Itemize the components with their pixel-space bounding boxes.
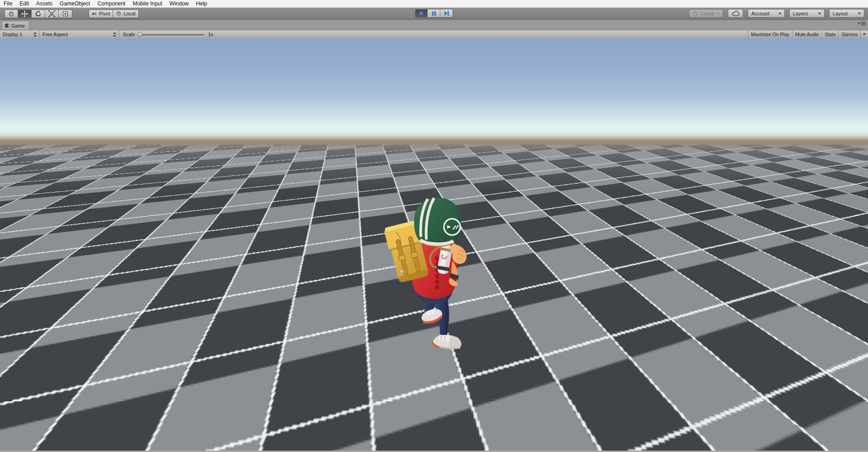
view-tab-bar: Game	[0, 20, 868, 30]
dropdown-arrow-icon	[858, 13, 861, 14]
move-icon	[21, 10, 28, 17]
scale-slider[interactable]	[137, 32, 204, 37]
maximize-on-play-button[interactable]: Maximize On Play	[748, 30, 792, 38]
rect-tool-icon	[62, 10, 69, 17]
account-dropdown[interactable]: Account	[748, 9, 785, 18]
menu-help[interactable]: Help	[193, 0, 211, 7]
collab-dropdown[interactable]: Collab	[689, 9, 723, 18]
hand-icon	[8, 10, 15, 17]
unity-editor-window: File Edit Assets GameObject Component Mo…	[0, 0, 868, 452]
pivot-icon	[92, 11, 97, 16]
cloud-icon	[732, 11, 740, 16]
step-button[interactable]	[440, 9, 453, 18]
tab-options-button[interactable]	[858, 22, 866, 25]
game-view-toolbar: Display 1 Free Aspect Scale 1x Maximize …	[0, 30, 868, 39]
main-toolbar: Pivot Local	[0, 8, 868, 20]
layers-label: Layers	[793, 11, 808, 16]
toolbar-right: Collab Account Layers Layout	[689, 9, 864, 18]
game-toolbar-right: Maximize On Play Mute Audio Stats Gizmos	[748, 30, 868, 38]
unity-game-icon	[5, 23, 9, 28]
popup-arrows-icon	[113, 32, 116, 37]
scale-slider-track	[137, 34, 204, 35]
collab-label: Collab	[700, 11, 714, 16]
menu-window[interactable]: Window	[166, 0, 193, 7]
transform-tools	[5, 9, 72, 18]
layout-dropdown[interactable]: Layout	[829, 9, 864, 18]
menu-assets[interactable]: Assets	[33, 0, 56, 7]
rotate-icon	[35, 10, 42, 17]
dropdown-arrow-icon	[858, 23, 860, 24]
tab-menu-icon	[861, 22, 866, 25]
character-helmet	[414, 198, 461, 246]
dropdown-arrow-icon	[717, 13, 720, 14]
local-toggle-button[interactable]: Local	[113, 9, 138, 18]
display-dropdown[interactable]: Display 1	[0, 30, 40, 38]
display-value: Display 1	[3, 32, 22, 37]
rect-tool-button[interactable]	[59, 9, 72, 18]
menu-edit[interactable]: Edit	[16, 0, 33, 7]
step-icon	[443, 10, 449, 16]
character-back-shoe	[430, 333, 462, 351]
layout-label: Layout	[833, 11, 848, 16]
scale-slider-knob[interactable]	[137, 32, 142, 37]
tab-game-label: Game	[11, 23, 25, 28]
player-character	[384, 194, 484, 357]
rotate-tool-button[interactable]	[32, 9, 45, 18]
scale-tool-button[interactable]	[45, 9, 59, 18]
play-icon	[419, 10, 425, 16]
dropdown-arrow-icon	[818, 13, 821, 14]
layers-dropdown[interactable]: Layers	[789, 9, 825, 18]
pivot-toggle-button[interactable]: Pivot	[89, 9, 113, 18]
menu-file[interactable]: File	[0, 0, 16, 7]
gizmos-dropdown[interactable]: Gizmos	[838, 30, 860, 38]
play-button[interactable]	[415, 9, 428, 18]
collab-check-icon	[693, 11, 698, 16]
dropdown-arrow-icon	[778, 13, 781, 14]
hand-tool-button[interactable]	[5, 9, 18, 18]
stats-button[interactable]: Stats	[821, 30, 838, 38]
pause-button[interactable]	[428, 9, 440, 18]
scale-icon	[48, 10, 55, 17]
popup-arrows-icon	[33, 32, 37, 37]
stats-label: Stats	[825, 32, 835, 37]
scale-control: Scale 1x	[119, 32, 213, 37]
mute-audio-button[interactable]: Mute Audio	[792, 30, 822, 38]
scale-value: 1x	[208, 32, 213, 37]
tab-game[interactable]: Game	[1, 21, 29, 30]
account-label: Account	[751, 11, 769, 16]
gizmos-arrow-button[interactable]	[860, 30, 868, 38]
pause-icon	[431, 11, 437, 16]
pivot-local-group: Pivot Local	[89, 9, 139, 18]
scale-label: Scale	[123, 32, 135, 37]
menu-bar: File Edit Assets GameObject Component Mo…	[0, 0, 868, 8]
gizmos-label: Gizmos	[841, 32, 858, 37]
menu-component[interactable]: Component	[94, 0, 129, 7]
maximize-on-play-label: Maximize On Play	[751, 32, 789, 37]
pivot-label: Pivot	[99, 11, 110, 16]
menu-gameobject[interactable]: GameObject	[56, 0, 94, 7]
move-tool-button[interactable]	[18, 9, 32, 18]
local-label: Local	[123, 11, 135, 16]
mute-audio-label: Mute Audio	[795, 32, 819, 37]
play-controls	[415, 9, 453, 18]
cloud-button[interactable]	[728, 9, 743, 18]
dropdown-arrow-icon	[863, 33, 866, 35]
aspect-dropdown[interactable]: Free Aspect	[40, 30, 119, 38]
menu-mobile-input[interactable]: Mobile Input	[129, 0, 165, 7]
local-cube-icon	[116, 11, 122, 17]
aspect-value: Free Aspect	[42, 32, 68, 37]
game-viewport[interactable]	[0, 38, 868, 452]
